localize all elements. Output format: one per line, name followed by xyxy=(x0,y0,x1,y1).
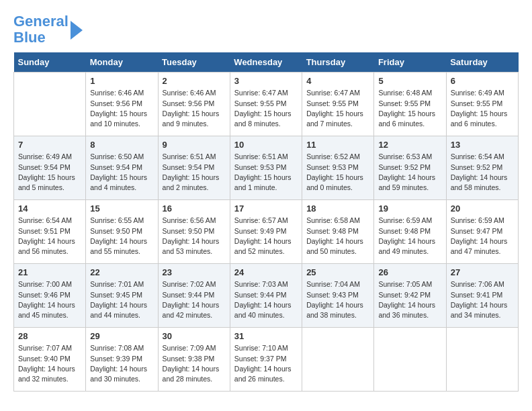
day-info: Sunrise: 7:04 AMSunset: 9:43 PMDaylight:… xyxy=(306,279,369,320)
calendar-day-13: 13Sunrise: 6:54 AMSunset: 9:52 PMDayligh… xyxy=(446,136,518,200)
calendar-day-31: 31Sunrise: 7:10 AMSunset: 9:37 PMDayligh… xyxy=(230,328,302,392)
calendar-empty-cell xyxy=(446,328,518,392)
logo-general: General xyxy=(13,13,69,30)
day-number: 27 xyxy=(451,267,514,277)
calendar-day-25: 25Sunrise: 7:04 AMSunset: 9:43 PMDayligh… xyxy=(302,264,374,328)
day-info: Sunrise: 6:50 AMSunset: 9:54 PMDaylight:… xyxy=(90,152,153,193)
calendar-day-24: 24Sunrise: 7:03 AMSunset: 9:44 PMDayligh… xyxy=(230,264,302,328)
day-info: Sunrise: 7:08 AMSunset: 9:39 PMDaylight:… xyxy=(90,343,153,384)
day-number: 6 xyxy=(451,76,514,86)
day-info: Sunrise: 6:47 AMSunset: 9:55 PMDaylight:… xyxy=(234,88,298,129)
logo-blue: Blue xyxy=(13,29,46,46)
calendar-day-3: 3Sunrise: 6:47 AMSunset: 9:55 PMDaylight… xyxy=(230,73,302,136)
day-info: Sunrise: 6:54 AMSunset: 9:51 PMDaylight:… xyxy=(18,216,81,257)
day-number: 10 xyxy=(234,140,298,150)
day-info: Sunrise: 6:58 AMSunset: 9:48 PMDaylight:… xyxy=(306,216,369,257)
day-number: 25 xyxy=(306,267,369,277)
day-number: 20 xyxy=(451,203,514,214)
day-info: Sunrise: 7:03 AMSunset: 9:44 PMDaylight:… xyxy=(234,279,298,320)
day-info: Sunrise: 7:10 AMSunset: 9:37 PMDaylight:… xyxy=(234,343,298,384)
header-wednesday: Wednesday xyxy=(230,52,302,73)
calendar-day-10: 10Sunrise: 6:51 AMSunset: 9:53 PMDayligh… xyxy=(230,136,302,200)
calendar-day-8: 8Sunrise: 6:50 AMSunset: 9:54 PMDaylight… xyxy=(86,136,158,200)
day-number: 19 xyxy=(378,203,441,214)
day-number: 17 xyxy=(234,203,298,214)
header-monday: Monday xyxy=(86,52,158,73)
day-number: 16 xyxy=(163,203,226,214)
header-sunday: Sunday xyxy=(14,52,86,73)
day-number: 21 xyxy=(18,267,81,277)
calendar-day-26: 26Sunrise: 7:05 AMSunset: 9:42 PMDayligh… xyxy=(374,264,446,328)
calendar-week-row: 7Sunrise: 6:49 AMSunset: 9:54 PMDaylight… xyxy=(14,136,519,200)
calendar-day-9: 9Sunrise: 6:51 AMSunset: 9:54 PMDaylight… xyxy=(158,136,230,200)
calendar-week-row: 28Sunrise: 7:07 AMSunset: 9:40 PMDayligh… xyxy=(14,328,519,392)
calendar-header-row: SundayMondayTuesdayWednesdayThursdayFrid… xyxy=(14,52,519,73)
day-info: Sunrise: 6:46 AMSunset: 9:56 PMDaylight:… xyxy=(90,88,153,129)
calendar-empty-cell xyxy=(14,73,86,136)
day-number: 13 xyxy=(451,140,514,150)
calendar-day-11: 11Sunrise: 6:52 AMSunset: 9:53 PMDayligh… xyxy=(302,136,374,200)
header-friday: Friday xyxy=(374,52,446,73)
calendar-empty-cell xyxy=(374,328,446,392)
day-info: Sunrise: 6:46 AMSunset: 9:56 PMDaylight:… xyxy=(163,88,226,129)
day-info: Sunrise: 6:59 AMSunset: 9:48 PMDaylight:… xyxy=(378,216,441,257)
day-number: 30 xyxy=(163,331,226,341)
day-number: 5 xyxy=(378,76,441,86)
calendar-week-row: 21Sunrise: 7:00 AMSunset: 9:46 PMDayligh… xyxy=(14,264,519,328)
day-info: Sunrise: 6:57 AMSunset: 9:49 PMDaylight:… xyxy=(234,216,298,257)
logo-arrow-icon xyxy=(71,21,83,40)
calendar-day-4: 4Sunrise: 6:47 AMSunset: 9:55 PMDaylight… xyxy=(302,73,374,136)
logo-text: General Blue xyxy=(13,13,69,46)
day-number: 18 xyxy=(306,203,369,214)
calendar-day-15: 15Sunrise: 6:55 AMSunset: 9:50 PMDayligh… xyxy=(86,200,158,264)
day-info: Sunrise: 7:05 AMSunset: 9:42 PMDaylight:… xyxy=(378,279,441,320)
day-info: Sunrise: 6:59 AMSunset: 9:47 PMDaylight:… xyxy=(451,216,514,257)
day-info: Sunrise: 6:51 AMSunset: 9:54 PMDaylight:… xyxy=(163,152,226,193)
header-saturday: Saturday xyxy=(446,52,518,73)
day-info: Sunrise: 6:56 AMSunset: 9:50 PMDaylight:… xyxy=(163,216,226,257)
day-info: Sunrise: 7:07 AMSunset: 9:40 PMDaylight:… xyxy=(18,343,81,384)
calendar-day-5: 5Sunrise: 6:48 AMSunset: 9:55 PMDaylight… xyxy=(374,73,446,136)
day-number: 15 xyxy=(90,203,153,214)
calendar-day-18: 18Sunrise: 6:58 AMSunset: 9:48 PMDayligh… xyxy=(302,200,374,264)
calendar-day-7: 7Sunrise: 6:49 AMSunset: 9:54 PMDaylight… xyxy=(14,136,86,200)
calendar-day-12: 12Sunrise: 6:53 AMSunset: 9:52 PMDayligh… xyxy=(374,136,446,200)
day-number: 7 xyxy=(18,140,81,150)
day-number: 31 xyxy=(234,331,298,341)
day-number: 2 xyxy=(163,76,226,86)
day-number: 11 xyxy=(306,140,369,150)
calendar-day-6: 6Sunrise: 6:49 AMSunset: 9:55 PMDaylight… xyxy=(446,73,518,136)
calendar-day-14: 14Sunrise: 6:54 AMSunset: 9:51 PMDayligh… xyxy=(14,200,86,264)
day-info: Sunrise: 7:06 AMSunset: 9:41 PMDaylight:… xyxy=(451,279,514,320)
header-tuesday: Tuesday xyxy=(158,52,230,73)
day-number: 9 xyxy=(163,140,226,150)
day-number: 28 xyxy=(18,331,81,341)
day-number: 4 xyxy=(306,76,369,86)
calendar-day-27: 27Sunrise: 7:06 AMSunset: 9:41 PMDayligh… xyxy=(446,264,518,328)
day-info: Sunrise: 6:53 AMSunset: 9:52 PMDaylight:… xyxy=(378,152,441,193)
page-header: General Blue xyxy=(13,13,519,46)
logo: General Blue xyxy=(13,13,83,46)
day-info: Sunrise: 6:55 AMSunset: 9:50 PMDaylight:… xyxy=(90,216,153,257)
day-info: Sunrise: 6:54 AMSunset: 9:52 PMDaylight:… xyxy=(451,152,514,193)
calendar-day-21: 21Sunrise: 7:00 AMSunset: 9:46 PMDayligh… xyxy=(14,264,86,328)
calendar-day-17: 17Sunrise: 6:57 AMSunset: 9:49 PMDayligh… xyxy=(230,200,302,264)
calendar-day-16: 16Sunrise: 6:56 AMSunset: 9:50 PMDayligh… xyxy=(158,200,230,264)
calendar-day-1: 1Sunrise: 6:46 AMSunset: 9:56 PMDaylight… xyxy=(86,73,158,136)
day-number: 14 xyxy=(18,203,81,214)
day-info: Sunrise: 7:00 AMSunset: 9:46 PMDaylight:… xyxy=(18,279,81,320)
day-number: 22 xyxy=(90,267,153,277)
day-info: Sunrise: 6:51 AMSunset: 9:53 PMDaylight:… xyxy=(234,152,298,193)
calendar-day-28: 28Sunrise: 7:07 AMSunset: 9:40 PMDayligh… xyxy=(14,328,86,392)
day-number: 29 xyxy=(90,331,153,341)
day-info: Sunrise: 6:47 AMSunset: 9:55 PMDaylight:… xyxy=(306,88,369,129)
calendar-day-2: 2Sunrise: 6:46 AMSunset: 9:56 PMDaylight… xyxy=(158,73,230,136)
day-info: Sunrise: 6:52 AMSunset: 9:53 PMDaylight:… xyxy=(306,152,369,193)
calendar-day-29: 29Sunrise: 7:08 AMSunset: 9:39 PMDayligh… xyxy=(86,328,158,392)
day-info: Sunrise: 7:09 AMSunset: 9:38 PMDaylight:… xyxy=(163,343,226,384)
day-info: Sunrise: 6:48 AMSunset: 9:55 PMDaylight:… xyxy=(378,88,441,129)
day-info: Sunrise: 7:02 AMSunset: 9:44 PMDaylight:… xyxy=(163,279,226,320)
day-number: 12 xyxy=(378,140,441,150)
header-thursday: Thursday xyxy=(302,52,374,73)
day-info: Sunrise: 6:49 AMSunset: 9:54 PMDaylight:… xyxy=(18,152,81,193)
